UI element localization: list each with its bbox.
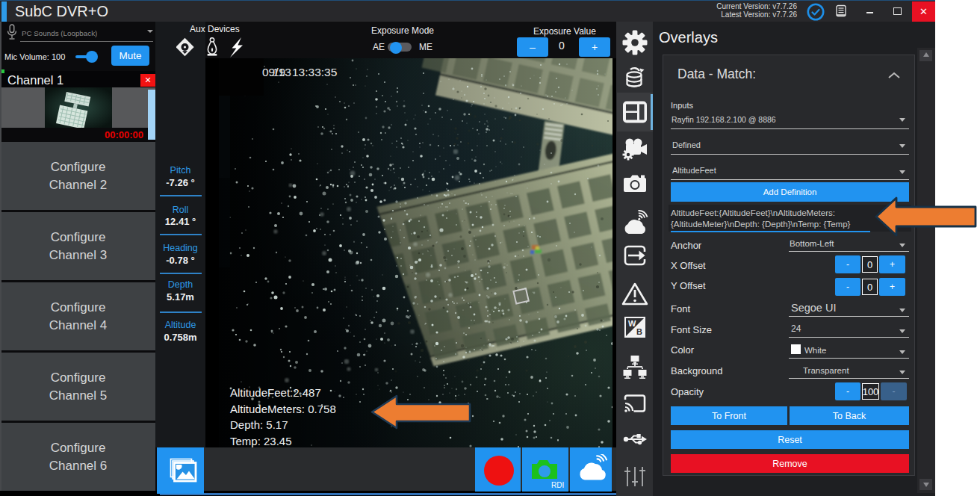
svg-text:Temp: 23.45: Temp: 23.45	[230, 435, 292, 447]
svg-text:Depth: 5.17: Depth: 5.17	[230, 418, 288, 431]
svg-text:13:33:35: 13:33:35	[292, 66, 337, 78]
svg-text:W: W	[628, 319, 636, 328]
svg-text:B: B	[636, 327, 642, 336]
svg-text:19: 19	[273, 66, 285, 78]
svg-text:AltitudeFeet:2.487: AltitudeFeet:2.487	[230, 386, 321, 399]
svg-text:AltitudeMeters: 0.758: AltitudeMeters: 0.758	[230, 403, 336, 415]
